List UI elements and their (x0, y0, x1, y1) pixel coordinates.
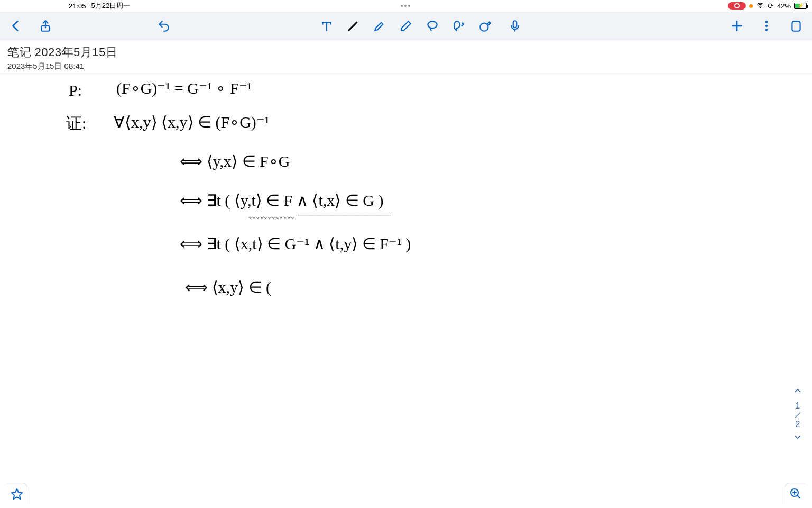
more-options-button[interactable] (759, 19, 774, 33)
handwriting-line: 证: (66, 115, 86, 131)
current-page: 1 (796, 401, 800, 411)
bookmark-button[interactable] (6, 483, 27, 504)
highlighter-tool-button[interactable] (372, 19, 387, 33)
handwriting-line: (F∘G)⁻¹ = G⁻¹ ∘ F⁻¹ (116, 80, 252, 96)
handwriting-line: ⟺ ∃t ( ⟨x,t⟩ ∈ G⁻¹ ∧ ⟨t,y⟩ ∈ F⁻¹ ) (180, 236, 411, 252)
svg-point-2 (428, 21, 437, 28)
handwriting-line: ⟺ ⟨y,x⟩ ∈ F∘G (180, 153, 290, 169)
handwriting-line: ⟺ ⟨x,y⟩ ∈ ( (185, 279, 271, 295)
svg-rect-8 (792, 21, 800, 31)
note-title[interactable]: 笔记 2023年5月15日 (7, 44, 805, 60)
shapes-tool-button[interactable] (451, 19, 466, 33)
svg-point-5 (765, 21, 768, 23)
svg-marker-9 (12, 489, 22, 499)
total-pages: 2 (796, 420, 800, 429)
next-page-button[interactable] (793, 432, 802, 444)
note-header: 笔记 2023年5月15日 2023年5月15日 08:41 (0, 40, 812, 75)
handwriting-line: P: (69, 83, 82, 98)
status-bar: 21:05 5月22日周一 ••• ⟳ 42% ⚡ (0, 0, 812, 12)
eraser-tool-button[interactable] (399, 19, 413, 33)
text-tool-button[interactable] (319, 19, 334, 33)
back-button[interactable] (8, 19, 23, 33)
status-time: 21:05 (69, 2, 86, 10)
status-date: 5月22日周一 (91, 1, 131, 11)
handwriting-line: ⟺ ∃t ( ⟨y,t⟩ ∈ F ∧ ⟨t,x⟩ ∈ G ) (180, 193, 383, 208)
svg-point-6 (765, 24, 768, 26)
handwriting-line: ∀⟨x,y⟩ ⟨x,y⟩ ∈ (F∘G)⁻¹ (114, 114, 270, 130)
battery-pct: 42% (777, 2, 791, 10)
battery-icon: ⚡ (794, 3, 807, 9)
svg-point-0 (760, 7, 760, 7)
page-navigator[interactable]: 1 2 (793, 386, 802, 444)
multitask-dots-icon[interactable]: ••• (401, 2, 412, 10)
lasso-tool-button[interactable] (425, 19, 440, 33)
record-icon (734, 3, 740, 8)
pen-tool-button[interactable] (346, 19, 361, 33)
zoom-in-button[interactable] (785, 483, 806, 504)
page-view-button[interactable] (789, 19, 804, 33)
note-canvas[interactable]: P: (F∘G)⁻¹ = G⁻¹ ∘ F⁻¹ 证: ∀⟨x,y⟩ ⟨x,y⟩ ∈… (0, 78, 812, 487)
note-timestamp: 2023年5月15日 08:41 (7, 61, 805, 71)
microphone-button[interactable] (508, 19, 522, 33)
svg-rect-4 (513, 21, 517, 28)
prev-page-button[interactable] (793, 386, 802, 398)
rotation-lock-icon: ⟳ (768, 2, 774, 10)
mic-use-dot-icon (749, 4, 753, 8)
undo-button[interactable] (156, 19, 171, 33)
ruler-tool-button[interactable] (478, 19, 493, 33)
screen-record-indicator[interactable] (728, 2, 746, 10)
wifi-icon (756, 1, 764, 11)
page-separator-icon (795, 412, 801, 418)
add-button[interactable] (730, 19, 744, 33)
app-toolbar (0, 12, 812, 40)
svg-point-7 (765, 29, 768, 31)
share-button[interactable] (38, 19, 53, 33)
handwriting-underline: ﹏﹏﹏﹏ ———————— (248, 208, 391, 220)
